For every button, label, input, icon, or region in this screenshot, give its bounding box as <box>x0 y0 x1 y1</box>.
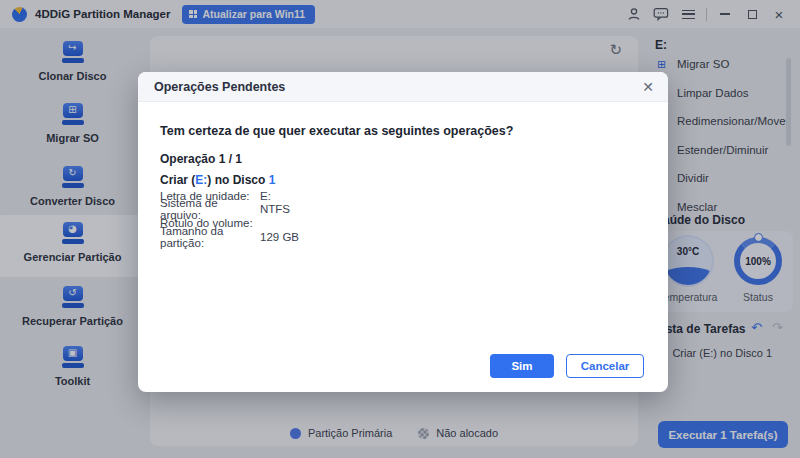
detail-value: NTFS <box>260 203 290 215</box>
detail-label: Tamanho da partição: <box>160 225 260 249</box>
detail-row: Tamanho da partição: 129 GB <box>160 230 299 244</box>
detail-value: E: <box>260 190 271 202</box>
operation-index: Operação 1 / 1 <box>160 152 242 166</box>
detail-value: 129 GB <box>260 231 299 243</box>
operation-details: Letra de unidade: E: Sistema de arquivo:… <box>160 189 299 243</box>
dialog-title: Operações Pendentes <box>138 80 285 94</box>
dialog-header: Operações Pendentes ✕ <box>138 72 668 102</box>
detail-row: Sistema de arquivo: NTFS <box>160 203 299 217</box>
pending-operations-dialog: Operações Pendentes ✕ Tem certeza de que… <box>138 72 668 392</box>
operation-disk: 1 <box>269 173 276 187</box>
operation-drive: E: <box>195 173 207 187</box>
confirm-button[interactable]: Sim <box>490 354 554 378</box>
app-window: 4DDiG Partition Manager Atualizar para W… <box>0 0 800 458</box>
operation-title: Criar (E:) no Disco 1 <box>160 173 275 187</box>
confirmation-question: Tem certeza de que quer executar as segu… <box>160 124 513 138</box>
cancel-button[interactable]: Cancelar <box>566 354 644 378</box>
dialog-close-icon[interactable]: ✕ <box>642 79 668 95</box>
